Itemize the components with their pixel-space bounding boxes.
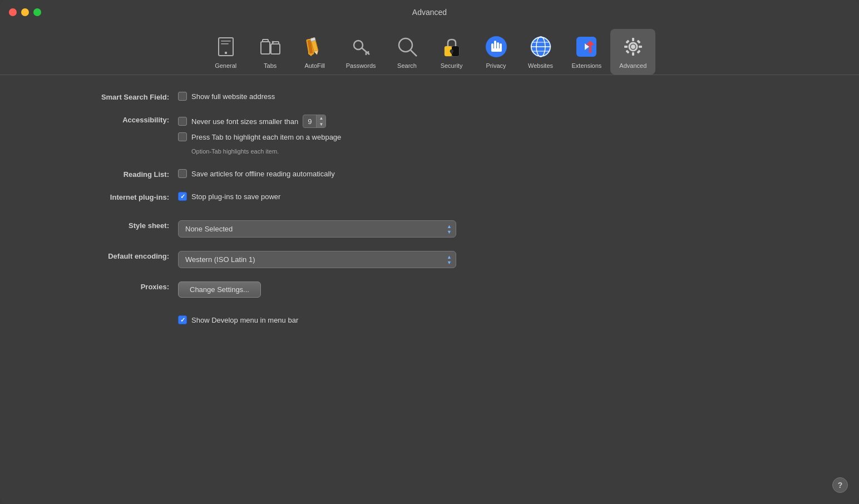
- font-size-value: 9: [303, 116, 316, 127]
- default-encoding-controls: Western (ISO Latin 1) Unicode (UTF-8) Ja…: [178, 251, 456, 268]
- show-develop-checkbox[interactable]: [178, 315, 187, 324]
- reading-list-controls: Save articles for offline reading automa…: [178, 169, 335, 178]
- window-controls: [9, 8, 41, 16]
- tab-advanced[interactable]: Advanced: [610, 29, 655, 75]
- maximize-button[interactable]: [33, 8, 41, 16]
- general-label: General: [215, 62, 236, 69]
- style-sheet-dropdown-wrapper: None Selected ▲ ▼: [178, 220, 456, 238]
- tab-general[interactable]: General: [204, 29, 248, 75]
- accessibility-label: Accessibility:: [22, 115, 178, 124]
- general-icon: [213, 33, 239, 60]
- change-settings-button[interactable]: Change Settings...: [178, 281, 261, 298]
- tab-websites[interactable]: Websites: [519, 29, 563, 75]
- default-encoding-dropdown-wrapper: Western (ISO Latin 1) Unicode (UTF-8) Ja…: [178, 251, 456, 268]
- svg-point-27: [399, 38, 412, 52]
- svg-rect-39: [491, 48, 502, 52]
- privacy-icon: [483, 33, 510, 60]
- main-window: Advanced General: [0, 0, 859, 504]
- proxies-controls: Change Settings...: [178, 281, 261, 298]
- search-icon: [394, 33, 421, 60]
- minimize-button[interactable]: [21, 8, 29, 16]
- internet-plugins-label: Internet plug-ins:: [22, 192, 178, 201]
- svg-rect-56: [636, 50, 640, 53]
- spinner-down[interactable]: ▼: [317, 121, 325, 127]
- tabs-label: Tabs: [264, 62, 277, 69]
- tab-autofill[interactable]: AutoFill: [293, 29, 337, 75]
- svg-rect-35: [494, 41, 496, 50]
- close-button[interactable]: [9, 8, 17, 16]
- hint-text: Option-Tab highlights each item.: [178, 148, 279, 155]
- svg-rect-53: [625, 39, 629, 43]
- tab-highlight-checkbox[interactable]: [178, 132, 187, 141]
- extensions-icon: [573, 33, 600, 60]
- proxies-row: Proxies: Change Settings...: [22, 281, 837, 298]
- font-size-checkbox[interactable]: [178, 117, 187, 126]
- privacy-label: Privacy: [486, 62, 506, 69]
- style-sheet-controls: None Selected ▲ ▼: [178, 220, 456, 238]
- svg-rect-54: [636, 39, 640, 43]
- tab-privacy[interactable]: Privacy: [474, 29, 519, 75]
- spinner-up[interactable]: ▲: [317, 115, 325, 121]
- svg-rect-49: [632, 38, 634, 41]
- websites-label: Websites: [528, 62, 553, 69]
- tab-passwords[interactable]: Passwords: [337, 29, 385, 75]
- smart-search-row: Smart Search Field: Show full website ad…: [22, 92, 837, 101]
- style-sheet-select[interactable]: None Selected: [178, 220, 456, 238]
- advanced-icon: [620, 33, 646, 60]
- passwords-icon: [348, 33, 374, 60]
- internet-plugins-row: Internet plug-ins: Stop plug-ins to save…: [22, 192, 837, 201]
- proxies-label: Proxies:: [22, 281, 178, 291]
- accessibility-hint: Option-Tab highlights each item.: [178, 146, 341, 156]
- develop-menu-controls: Show Develop menu in menu bar: [178, 315, 298, 324]
- tab-security[interactable]: Security: [430, 29, 474, 75]
- svg-rect-55: [625, 50, 629, 53]
- style-sheet-row: Style sheet: None Selected ▲ ▼: [22, 220, 837, 238]
- show-develop-row: Show Develop menu in menu bar: [178, 315, 298, 324]
- internet-plugins-controls: Stop plug-ins to save power: [178, 192, 280, 201]
- autofill-label: AutoFill: [304, 62, 325, 69]
- tab-highlight-label: Press Tab to highlight each item on a we…: [191, 133, 341, 141]
- show-full-address-checkbox[interactable]: [178, 92, 187, 101]
- tab-highlight-row: Press Tab to highlight each item on a we…: [178, 132, 341, 141]
- security-label: Security: [441, 62, 463, 69]
- reading-list-label: Reading List:: [22, 169, 178, 179]
- stop-plugins-checkbox[interactable]: [178, 192, 187, 201]
- svg-rect-1: [221, 41, 231, 42]
- svg-rect-51: [624, 46, 628, 48]
- svg-rect-3: [225, 52, 227, 54]
- svg-rect-52: [639, 46, 642, 48]
- develop-menu-row: Show Develop menu in menu bar: [22, 315, 837, 324]
- advanced-label: Advanced: [619, 62, 646, 69]
- accessibility-controls: Never use font sizes smaller than 9 ▲ ▼ …: [178, 115, 341, 156]
- spinner-arrows[interactable]: ▲ ▼: [316, 115, 325, 127]
- svg-rect-8: [271, 44, 280, 54]
- default-encoding-select[interactable]: Western (ISO Latin 1) Unicode (UTF-8) Ja…: [178, 251, 456, 268]
- svg-rect-50: [632, 52, 634, 56]
- accessibility-row: Accessibility: Never use font sizes smal…: [22, 115, 837, 156]
- save-offline-row: Save articles for offline reading automa…: [178, 169, 335, 178]
- stop-plugins-row: Stop plug-ins to save power: [178, 192, 280, 201]
- style-sheet-label: Style sheet:: [22, 220, 178, 230]
- title-bar: Advanced: [0, 0, 859, 24]
- tabs-icon: [257, 33, 284, 60]
- show-full-address-label: Show full website address: [191, 92, 275, 101]
- font-size-row: Never use font sizes smaller than 9 ▲ ▼: [178, 115, 341, 128]
- develop-menu-label: [22, 315, 178, 317]
- tab-extensions[interactable]: Extensions: [563, 29, 611, 75]
- extensions-label: Extensions: [572, 62, 602, 69]
- font-size-text: Never use font sizes smaller than: [191, 117, 298, 126]
- tab-search[interactable]: Search: [385, 29, 430, 75]
- svg-rect-2: [221, 43, 229, 45]
- tab-tabs[interactable]: Tabs: [248, 29, 293, 75]
- svg-rect-33: [451, 51, 452, 54]
- svg-point-48: [631, 45, 635, 49]
- font-size-spinner[interactable]: 9 ▲ ▼: [303, 115, 326, 128]
- save-offline-checkbox[interactable]: [178, 169, 187, 178]
- svg-rect-4: [261, 42, 270, 54]
- default-encoding-label: Default encoding:: [22, 251, 178, 260]
- help-button[interactable]: ?: [832, 477, 848, 493]
- default-encoding-row: Default encoding: Western (ISO Latin 1) …: [22, 251, 837, 268]
- save-offline-label: Save articles for offline reading automa…: [191, 170, 335, 178]
- smart-search-controls: Show full website address: [178, 92, 275, 101]
- toolbar: General Tabs: [0, 24, 859, 75]
